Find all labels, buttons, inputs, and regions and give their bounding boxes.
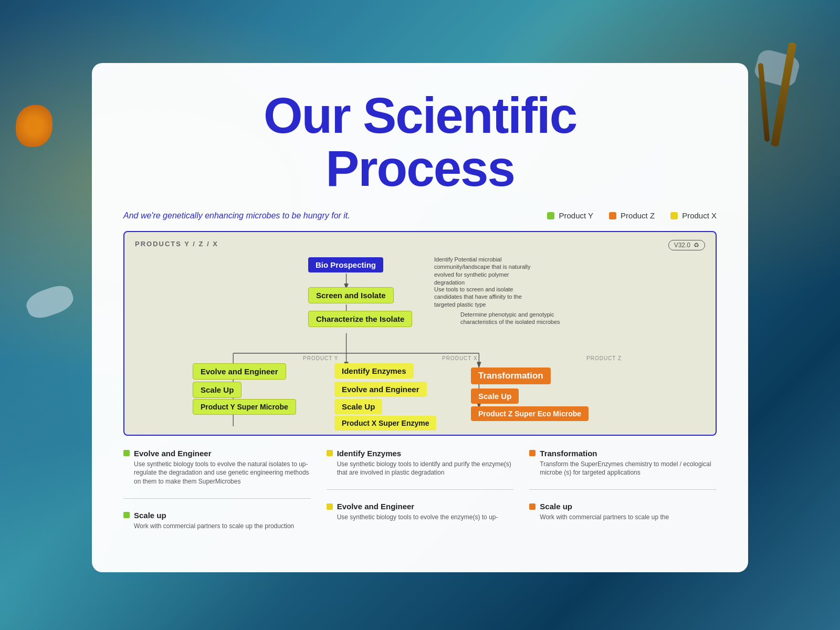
info-item-scale-y: Scale up Work with commercial partners t…	[123, 511, 311, 531]
product-y-label: Product Y	[559, 211, 593, 220]
info-title-identify-x: Identify Enzymes	[337, 449, 402, 458]
info-item-evolve-y: Evolve and Engineer Use synthetic biolog…	[123, 449, 311, 486]
info-dot-evolve-y	[123, 450, 130, 456]
node-product-x: Product X Super Enzyme	[334, 416, 436, 430]
info-item-scale-z: Scale up Work with commercial partners t…	[529, 502, 717, 522]
product-y-dot	[547, 212, 554, 219]
node-screen-isolate: Screen and Isolate	[308, 287, 394, 303]
diagram-area: PRODUCTS Y / Z / X V32.0 ♻	[123, 231, 717, 436]
info-item-header-transform-z: Transformation	[529, 449, 717, 458]
node-scale-up-y: Scale Up	[193, 382, 242, 398]
product-tag-y: Product Y	[547, 211, 593, 220]
node-evolve-engineer-y: Evolve and Engineer	[193, 363, 286, 380]
products-label: PRODUCTS Y / Z / X	[135, 240, 218, 248]
node-characterize: Characterize the Isolate	[308, 311, 412, 327]
info-title-scale-z: Scale up	[540, 502, 572, 511]
info-title-evolve-x: Evolve and Engineer	[337, 502, 415, 511]
info-item-transform-z: Transformation Transform the SuperEnzyme…	[529, 449, 717, 478]
subtitle-bar: And we're genetically enhancing microbes…	[92, 206, 748, 226]
info-desc-evolve-y: Use synthetic biology tools to evolve th…	[123, 460, 311, 486]
info-title-evolve-y: Evolve and Engineer	[134, 449, 212, 458]
info-desc-evolve-x: Use synthetic biology tools to evolve th…	[327, 513, 514, 522]
node-product-y: Product Y Super Microbe	[193, 399, 296, 415]
info-item-evolve-x: Evolve and Engineer Use synthetic biolog…	[327, 502, 514, 522]
divider-z1	[529, 489, 717, 490]
info-dot-evolve-x	[327, 503, 333, 510]
product-tags: Product Y Product Z Product X	[547, 211, 717, 220]
version-badge: V32.0 ♻	[668, 240, 705, 250]
node-scale-up-z: Scale Up	[471, 388, 519, 404]
node-product-z: Product Z Super Eco Microbe	[471, 406, 589, 421]
info-dot-scale-y	[123, 512, 130, 518]
debris-orange	[16, 105, 52, 147]
info-dot-identify-x	[327, 450, 333, 456]
info-column-z: Transformation Transform the SuperEnzyme…	[529, 449, 717, 531]
version-text: V32.0	[674, 242, 690, 249]
divider-y1	[123, 498, 311, 499]
flow-container: Bio Prospecting Identify Potential micro…	[135, 253, 705, 426]
info-column-y: Evolve and Engineer Use synthetic biolog…	[123, 449, 311, 531]
char-desc: Determine phenotypic and genotypic chara…	[460, 311, 565, 327]
product-y-small-label: PRODUCT Y	[303, 355, 339, 361]
main-card: Our Scientific Process And we're genetic…	[92, 63, 748, 572]
info-desc-transform-z: Transform the SuperEnzymes chemistry to …	[529, 460, 717, 478]
info-item-header-identify-x: Identify Enzymes	[327, 449, 514, 458]
product-x-small-label: PRODUCT X	[442, 355, 478, 361]
divider-x1	[327, 489, 514, 490]
bio-desc: Identify Potential microbial community/l…	[434, 256, 539, 287]
product-tag-z: Product Z	[609, 211, 655, 220]
info-title-scale-y: Scale up	[134, 511, 166, 520]
info-desc-scale-y: Work with commercial partners to scale u…	[123, 522, 311, 531]
subtitle-text: And we're genetically enhancing microbes…	[123, 211, 350, 220]
product-z-small-label: PRODUCT Z	[586, 355, 622, 361]
node-scale-up-x: Scale Up	[334, 399, 382, 414]
info-item-header-evolve-x: Evolve and Engineer	[327, 502, 514, 511]
diagram-header: PRODUCTS Y / Z / X V32.0 ♻	[135, 240, 705, 250]
node-identify-enzymes: Identify Enzymes	[334, 363, 414, 379]
info-desc-scale-z: Work with commercial partners to scale u…	[529, 513, 717, 522]
info-item-header-scale-y: Scale up	[123, 511, 311, 520]
node-bio-prospecting: Bio Prospecting	[308, 257, 383, 272]
info-dot-scale-z	[529, 503, 536, 510]
info-item-header-scale-z: Scale up	[529, 502, 717, 511]
info-dot-transform-z	[529, 450, 536, 456]
product-tag-x: Product X	[670, 211, 717, 220]
node-evolve-engineer-x: Evolve and Engineer	[334, 382, 427, 397]
info-item-identify-x: Identify Enzymes Use synthetic biology t…	[327, 449, 514, 478]
product-x-dot	[670, 212, 678, 219]
info-desc-identify-x: Use synthetic biology tools to identify …	[327, 460, 514, 478]
product-x-label: Product X	[682, 211, 717, 220]
main-title: Our Scientific Process	[123, 89, 717, 195]
title-section: Our Scientific Process	[92, 63, 748, 206]
bottom-section: Evolve and Engineer Use synthetic biolog…	[92, 438, 748, 541]
node-transformation: Transformation	[471, 368, 551, 384]
screen-desc: Use tools to screen and isolate candidat…	[434, 286, 539, 309]
info-title-transform-z: Transformation	[540, 449, 597, 458]
info-item-header-evolve-y: Evolve and Engineer	[123, 449, 311, 458]
info-column-x: Identify Enzymes Use synthetic biology t…	[327, 449, 514, 531]
recycle-icon: ♻	[694, 242, 699, 249]
product-z-dot	[609, 212, 616, 219]
product-z-label: Product Z	[621, 211, 655, 220]
